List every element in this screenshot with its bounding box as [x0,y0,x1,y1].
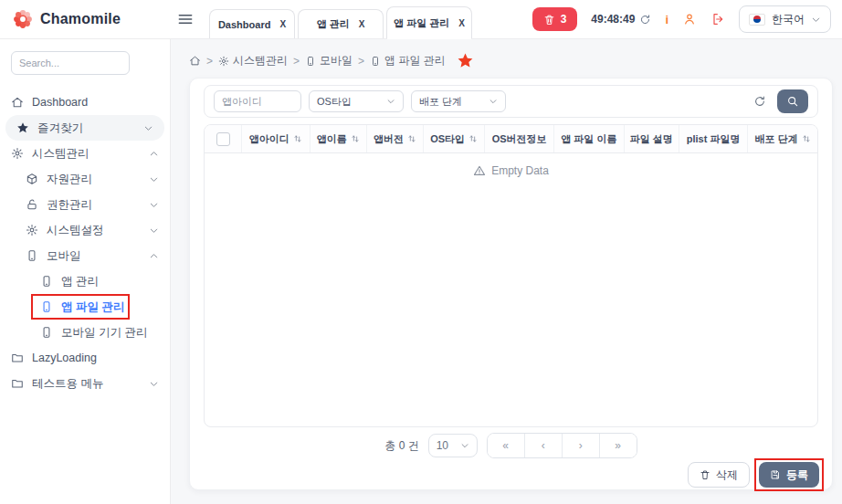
trash-icon [700,469,710,480]
total-count-label: 총 0 건 [384,438,418,454]
breadcrumb-item-mobile[interactable]: 모바일 [305,53,353,68]
trash-badge-button[interactable]: 3 [532,7,578,31]
first-page-button[interactable]: « [488,434,525,457]
column-header-plist-file-name[interactable]: plist 파일명 [679,125,748,152]
breadcrumb-item-app-file-management[interactable]: 앱 파일 관리 [370,53,446,68]
empty-state: Empty Data [205,153,817,177]
empty-state-text: Empty Data [491,164,549,177]
column-header-app-name[interactable]: 앱이름 [310,125,367,152]
sidebar-nav: Dashboard 즐겨찾기 시스템관리 [0,89,170,396]
tab-close-icon[interactable]: X [279,19,286,29]
info-icon[interactable]: i [665,13,668,26]
sidebar-item-app-file-management[interactable]: 앱 파일 관리 [0,294,170,320]
user-profile-icon[interactable] [682,12,697,26]
sidebar-item-label: 모바일 [47,248,81,264]
chevron-down-icon [811,15,821,25]
sidebar-item-favorites[interactable]: 즐겨찾기 [5,115,164,141]
search-icon [786,95,799,108]
sidebar-item-mobile-device-management[interactable]: 모바일 기기 관리 [0,320,170,345]
favorite-star-icon[interactable] [457,52,474,69]
search-button[interactable] [777,89,808,113]
column-header-app-id[interactable]: 앱아이디 [242,125,310,152]
column-header-app-version[interactable]: 앱버전 [367,125,424,152]
table-header-row: 앱아이디 앱이름 앱버전 [205,125,817,153]
sidebar-item-dashboard[interactable]: Dashboard [0,89,170,115]
trash-count: 3 [561,13,567,26]
chevron-down-icon [143,123,153,133]
filter-bar: OS타입 배포 단계 [204,85,818,118]
tab-close-icon[interactable]: X [458,18,465,28]
sidebar-item-system-settings[interactable]: 시스템설정 [0,217,170,243]
tab-app-file-management[interactable]: 앱 파일 관리 X [386,6,472,38]
next-page-button[interactable]: › [563,434,600,457]
filter-reset-icon[interactable] [753,95,766,108]
breadcrumb: > 시스템관리 > 모바일 > 앱 파일 관리 [171,38,842,69]
content-card: OS타입 배포 단계 [189,78,833,490]
data-table: 앱아이디 앱이름 앱버전 [204,124,818,427]
top-bar: Chamomile Dashboard X 앱 관리 X 앱 파일 관리 X [0,0,842,39]
sidebar-item-resource-management[interactable]: 자원관리 [0,166,170,192]
os-type-select[interactable]: OS타입 [309,90,404,112]
sidebar-item-label: 테스트용 메뉴 [32,376,103,392]
breadcrumb-separator: > [358,55,364,68]
chevron-down-icon [149,174,159,184]
tab-bar: Dashboard X 앱 관리 X 앱 파일 관리 X [209,0,475,38]
sort-icon[interactable] [293,134,302,143]
column-header-file-description[interactable]: 파일 설명 [625,125,679,152]
column-header-os-type[interactable]: OS타입 [424,125,485,152]
tab-app-management[interactable]: 앱 관리 X [298,9,384,38]
mobile-icon [40,300,53,313]
logout-icon[interactable] [710,12,725,26]
prev-page-button[interactable]: ‹ [525,434,563,457]
last-page-button[interactable]: » [600,434,637,457]
sidebar-item-system-management[interactable]: 시스템관리 [0,141,170,166]
hamburger-menu-icon[interactable] [176,0,195,38]
unlock-icon [26,198,38,211]
tab-label: Dashboard [218,19,270,30]
tab-dashboard[interactable]: Dashboard X [209,9,295,38]
sort-icon[interactable] [407,134,416,143]
app-id-filter-input[interactable] [214,90,301,112]
sidebar-item-app-management[interactable]: 앱 관리 [0,268,170,294]
column-header-deploy-stage[interactable]: 배포 단계 [748,125,817,152]
folder-icon [11,352,24,364]
column-header-os-version-info[interactable]: OS버전정보 [485,125,554,152]
gear-icon [11,147,24,160]
tab-label: 앱 관리 [317,17,350,31]
language-selector[interactable]: 한국어 [739,5,831,33]
page-size-select[interactable]: 10 [428,434,478,457]
sidebar-search-input[interactable] [11,51,130,75]
folder-icon [11,377,24,390]
session-timer: 49:48:49 [591,13,651,26]
sort-icon[interactable] [351,134,360,143]
session-refresh-icon[interactable] [639,14,651,26]
deploy-stage-select[interactable]: 배포 단계 [411,90,506,112]
cube-icon [26,173,38,185]
sort-icon[interactable] [468,134,478,143]
breadcrumb-separator: > [293,55,300,68]
sidebar-item-mobile[interactable]: 모바일 [0,243,170,268]
pagination: 총 0 건 10 « ‹ › » [190,433,832,458]
sidebar-item-label: 권한관리 [47,197,92,213]
breadcrumb-home-icon[interactable] [189,55,201,67]
sidebar-item-test-menu[interactable]: 테스트용 메뉴 [0,371,170,396]
select-all-checkbox[interactable] [216,132,230,146]
sidebar-item-label: 시스템설정 [47,223,104,238]
tab-label: 앱 파일 관리 [394,16,449,30]
sidebar-item-permission-management[interactable]: 권한관리 [0,192,170,217]
pager-buttons: « ‹ › » [487,433,637,458]
sidebar-item-label: 자원관리 [47,172,92,187]
timer-value: 49:48:49 [591,13,635,26]
column-header-app-file-name[interactable]: 앱 파일 이름 [554,125,624,152]
sort-icon[interactable] [802,134,811,143]
breadcrumb-item-system[interactable]: 시스템관리 [218,53,288,68]
warning-icon [473,164,486,177]
brand-logo[interactable]: Chamomile [0,0,171,38]
sidebar-item-lazyloading[interactable]: LazyLoading [0,345,170,371]
sidebar-item-label: 앱 파일 관리 [61,299,124,315]
delete-button[interactable]: 삭제 [688,462,750,488]
register-button[interactable]: 등록 [759,462,819,488]
select-all-cell [205,125,242,152]
tab-close-icon[interactable]: X [359,19,365,29]
save-icon [770,469,781,480]
